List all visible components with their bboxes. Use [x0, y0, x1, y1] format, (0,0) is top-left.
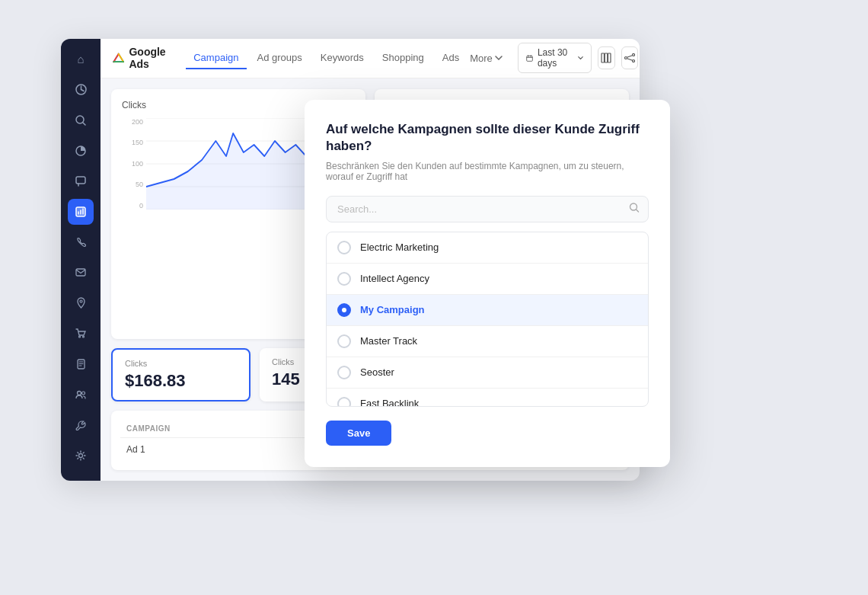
sidebar-item-users[interactable]: [68, 382, 94, 408]
search-icon: [629, 203, 640, 216]
sidebar-item-cart[interactable]: [68, 321, 94, 347]
columns-button[interactable]: [598, 46, 614, 69]
tab-ad-groups[interactable]: Ad groups: [250, 47, 310, 69]
svg-point-21: [632, 60, 634, 62]
svg-point-11: [77, 391, 81, 395]
campaign-name-my-campaign: My Campaign: [360, 304, 425, 315]
tab-more[interactable]: More: [470, 53, 503, 64]
y-axis: 200 150 100 50 0: [122, 118, 143, 210]
campaign-item-intellect-agency[interactable]: Intellect Agency: [327, 264, 648, 295]
radio-electric-marketing: [337, 241, 351, 254]
svg-point-22: [624, 57, 627, 59]
sidebar-item-pie[interactable]: [68, 138, 94, 164]
sidebar-item-email[interactable]: [68, 260, 94, 286]
radio-fast-backlink: [337, 397, 351, 407]
modal-subtitle: Beschränken Sie den Kunden auf bestimmte…: [326, 161, 649, 182]
stat-card-clicks-value: Clicks $168.83: [111, 348, 251, 401]
svg-point-7: [80, 300, 82, 302]
svg-point-9: [83, 336, 85, 337]
logo-text: Google Ads: [129, 46, 171, 70]
svg-point-12: [81, 392, 85, 395]
sidebar: ⌂: [61, 39, 101, 481]
svg-point-20: [632, 54, 634, 56]
modal-search: [326, 196, 649, 222]
sidebar-item-ads[interactable]: [68, 199, 94, 225]
svg-point-8: [79, 336, 81, 337]
google-ads-logo-icon: [113, 50, 124, 66]
svg-rect-18: [605, 53, 608, 62]
campaign-item-seoster[interactable]: Seoster: [327, 357, 648, 389]
campaign-item-electric-marketing[interactable]: Electric Marketing: [327, 232, 648, 264]
logo-area: Google Ads: [113, 46, 171, 70]
radio-my-campaign: [337, 303, 351, 317]
svg-rect-6: [76, 269, 85, 276]
tab-campaign[interactable]: Campaign: [186, 47, 246, 69]
campaign-item-fast-backlink[interactable]: Fast Backlink: [327, 389, 648, 407]
campaign-name-master-track: Master Track: [360, 335, 417, 347]
campaign-name-seoster: Seoster: [360, 366, 394, 378]
campaign-name-fast-backlink: Fast Backlink: [360, 398, 419, 407]
campaign-search-input[interactable]: [326, 196, 649, 222]
svg-rect-3: [76, 177, 85, 184]
campaign-name-electric-marketing: Electric Marketing: [360, 242, 439, 253]
tab-shopping[interactable]: Shopping: [375, 47, 432, 69]
tab-ads[interactable]: Ads: [435, 47, 467, 69]
sidebar-item-phone[interactable]: [68, 229, 94, 255]
sidebar-item-chat[interactable]: [68, 168, 94, 194]
svg-rect-19: [608, 53, 611, 62]
campaign-name-intellect-agency: Intellect Agency: [360, 273, 429, 284]
sidebar-item-tool[interactable]: [68, 412, 94, 438]
date-filter-button[interactable]: Last 30 days: [518, 43, 592, 73]
svg-point-13: [79, 453, 83, 457]
campaign-list: Electric Marketing Intellect Agency My C…: [326, 232, 649, 407]
radio-master-track: [337, 334, 351, 348]
radio-intellect-agency: [337, 272, 351, 286]
stat-value-1: $168.83: [125, 371, 237, 391]
sidebar-item-search[interactable]: [68, 107, 94, 133]
sidebar-item-analytics[interactable]: [68, 77, 94, 103]
radio-seoster: [337, 366, 351, 379]
topbar-actions: Last 30 days: [518, 43, 638, 73]
sidebar-item-settings[interactable]: [68, 443, 94, 469]
svg-rect-17: [602, 53, 605, 62]
nav-tabs: Campaign Ad groups Keywords Shopping Ads…: [186, 47, 503, 69]
stat-label-1: Clicks: [125, 359, 237, 368]
sidebar-item-location[interactable]: [68, 290, 94, 316]
sidebar-item-document[interactable]: [68, 351, 94, 377]
campaign-item-master-track[interactable]: Master Track: [327, 326, 648, 357]
modal-title: Auf welche Kampagnen sollte dieser Kunde…: [326, 121, 649, 155]
save-button[interactable]: Save: [326, 421, 391, 446]
sidebar-item-home[interactable]: ⌂: [68, 46, 94, 72]
tab-keywords[interactable]: Keywords: [313, 47, 372, 69]
date-filter-label: Last 30 days: [538, 47, 573, 69]
svg-rect-16: [527, 56, 533, 61]
topbar: Google Ads Campaign Ad groups Keywords S…: [101, 39, 640, 78]
campaign-item-my-campaign[interactable]: My Campaign: [327, 295, 648, 326]
modal-dialog: Auf welche Kampagnen sollte dieser Kunde…: [305, 100, 670, 467]
share-button[interactable]: [621, 46, 638, 69]
